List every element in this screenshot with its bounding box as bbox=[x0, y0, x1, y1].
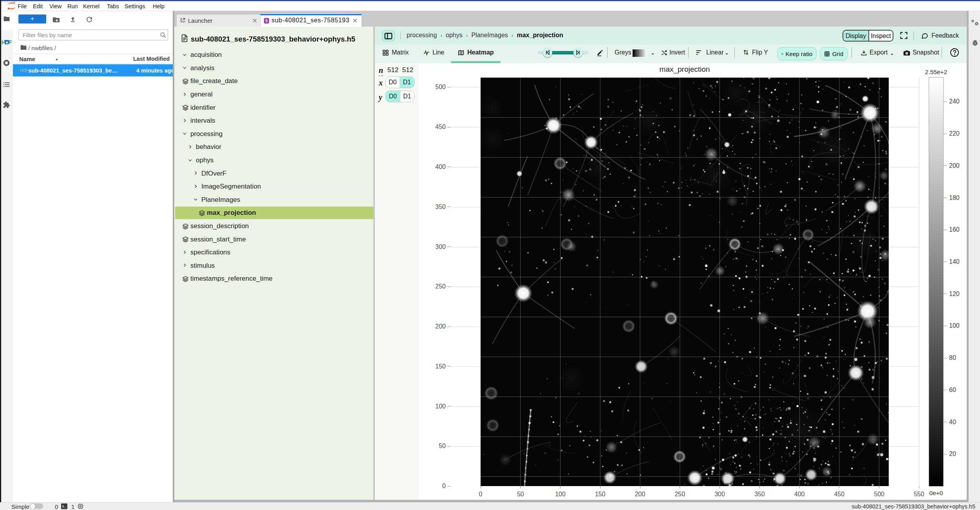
svg-text:$_: $_ bbox=[62, 505, 66, 508]
svg-text:F: F bbox=[25, 68, 28, 73]
svg-text:F: F bbox=[8, 39, 12, 45]
